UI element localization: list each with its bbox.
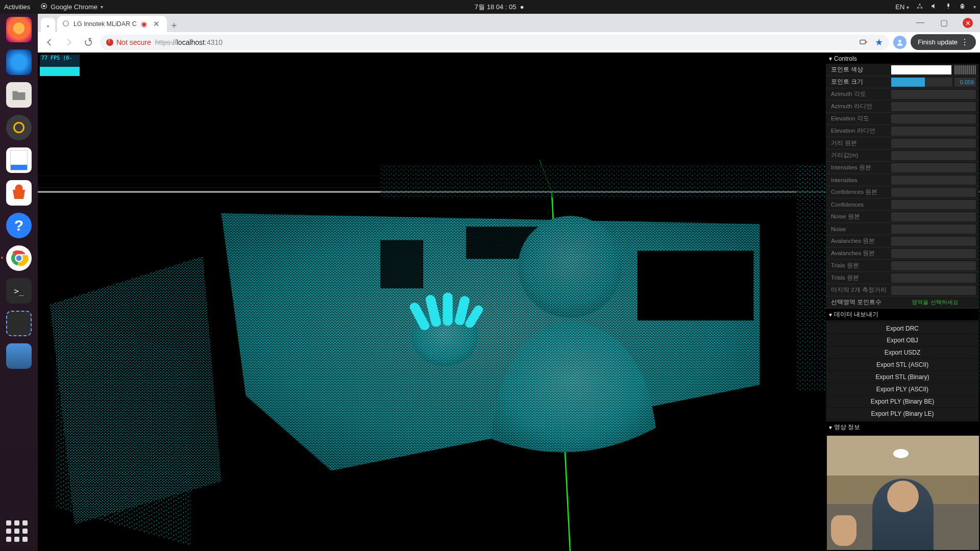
svg-rect-7	[962, 4, 963, 5]
tab-search-button[interactable]: ⌄	[41, 18, 55, 32]
noise-field[interactable]	[891, 224, 976, 234]
video-section-header[interactable]: ▾ 영상 정보	[826, 421, 979, 433]
dock-screenshot[interactable]	[6, 311, 32, 336]
export-ply-binary-le-button[interactable]: Export PLY (Binary LE)	[826, 408, 979, 420]
control-row-azimuth-deg: Azimuth 각도	[826, 88, 979, 101]
app-menu-label: Google Chrome	[51, 3, 97, 11]
export-buttons: Export DRC Export OBJ Export USDZ Export…	[826, 320, 979, 421]
export-drc-button[interactable]: Export DRC	[826, 322, 979, 334]
controls-section-header[interactable]: ▾ Controls	[826, 54, 979, 64]
camera-hand	[831, 515, 856, 546]
clock[interactable]: 7월 18 04 : 05	[475, 3, 517, 11]
input-source[interactable]: EN ▾	[895, 3, 909, 11]
new-tab-button[interactable]: ＋	[167, 18, 181, 32]
trials-raw-field-2[interactable]	[891, 273, 976, 283]
svg-point-15	[898, 39, 901, 42]
screen-share-icon[interactable]	[855, 35, 871, 50]
export-section-header[interactable]: ▾ 데이터 내보내기	[826, 309, 979, 320]
dock-help[interactable]: ?	[6, 213, 32, 238]
dock-software[interactable]	[6, 180, 32, 206]
svg-rect-13	[860, 40, 866, 44]
control-row-confidences-raw: Confidences 원본	[826, 186, 979, 198]
bookmark-star-icon[interactable]: ★	[875, 37, 883, 48]
control-row-intensities-raw: Intensities 원본	[826, 162, 979, 174]
control-row-avalanches-raw: Avalanches 원본	[826, 235, 979, 247]
window-close-button[interactable]: ✕	[963, 18, 973, 28]
chrome-menu-icon	[40, 3, 47, 11]
color-picker-handle[interactable]	[954, 65, 976, 74]
noise-raw-field[interactable]	[891, 212, 976, 221]
tab-title: LG Innotek MLiDAR C	[74, 20, 137, 28]
dock-image-viewer[interactable]	[6, 343, 32, 369]
azimuth-deg-field[interactable]	[891, 90, 976, 99]
network-icon[interactable]	[916, 3, 923, 11]
dock-writer[interactable]	[6, 147, 32, 173]
intensities-raw-field[interactable]	[891, 163, 976, 172]
battery-icon[interactable]	[959, 3, 966, 11]
profile-avatar[interactable]	[893, 36, 906, 49]
last-two-distance-field[interactable]	[891, 286, 976, 295]
activities-button[interactable]: Activities	[4, 3, 30, 11]
security-indicator[interactable]: Not secure	[106, 38, 151, 46]
tab-close-button[interactable]: ✕	[151, 19, 162, 29]
export-ply-binary-be-button[interactable]: Export PLY (Binary BE)	[826, 395, 979, 408]
trials-raw-field[interactable]	[891, 261, 976, 270]
dock-chrome[interactable]	[6, 245, 32, 271]
export-stl-binary-button[interactable]: Export STL (Binary)	[826, 371, 979, 383]
intensities-field[interactable]	[891, 176, 976, 185]
color-swatch[interactable]	[891, 65, 951, 74]
control-row-intensities: Intensities	[826, 174, 979, 186]
confidences-raw-field[interactable]	[891, 188, 976, 197]
system-menu-chevron-icon[interactable]: ▾	[973, 4, 976, 10]
export-ply-ascii-button[interactable]: Export PLY (ASCII)	[826, 383, 979, 395]
avalanches-raw-field[interactable]	[891, 237, 976, 246]
chrome-window: ⌄ LG Innotek MLiDAR C ◉ ✕ ＋ — ▢ ✕ Not se…	[38, 14, 980, 551]
dock-terminal[interactable]: >_	[6, 278, 32, 304]
distance-m-field[interactable]	[891, 151, 976, 160]
chrome-toolbar: Not secure https://localhost:4310 ★ Fini…	[38, 32, 980, 53]
svg-rect-31	[380, 165, 833, 197]
dock-rhythmbox[interactable]	[6, 115, 32, 140]
nav-reload-button[interactable]	[81, 35, 96, 50]
mic-icon[interactable]	[945, 3, 952, 11]
export-usdz-button[interactable]: Export USDZ	[826, 346, 979, 359]
ceiling-light	[893, 449, 909, 458]
show-applications[interactable]	[6, 520, 28, 542]
svg-rect-34	[638, 251, 754, 321]
finish-update-button[interactable]: Finish update ⋮	[911, 34, 976, 50]
export-obj-button[interactable]: Export OBJ	[826, 334, 979, 346]
warning-icon	[106, 39, 113, 46]
avalanches-raw-field-2[interactable]	[891, 249, 976, 258]
omnibox[interactable]: Not secure https://localhost:4310 ★	[100, 35, 889, 50]
app-menu[interactable]: Google Chrome ▾	[40, 3, 103, 11]
elevation-deg-field[interactable]	[891, 114, 976, 123]
chrome-tabstrip: ⌄ LG Innotek MLiDAR C ◉ ✕ ＋ — ▢ ✕	[38, 14, 980, 32]
control-row-confidences: Confidences	[826, 198, 979, 211]
dock-thunderbird[interactable]	[6, 49, 32, 75]
svg-marker-46	[50, 256, 222, 524]
point-size-value[interactable]: 0.059	[954, 78, 976, 87]
browser-tab[interactable]: LG Innotek MLiDAR C ◉ ✕	[57, 16, 167, 32]
lidar-viewer-page: 77 FPS (0-145)	[38, 53, 980, 551]
control-row-last-two-distance: 마지막 2개 측정거리	[826, 284, 979, 296]
control-row-trials-raw-2: Trials 원본	[826, 272, 979, 284]
chevron-down-icon: ▾	[101, 4, 103, 10]
azimuth-rad-field[interactable]	[891, 102, 976, 111]
control-row-point-size: 포인트 크기 0.059	[826, 76, 979, 88]
distance-raw-field[interactable]	[891, 139, 976, 148]
dock-files[interactable]	[6, 82, 32, 108]
nav-back-button[interactable]	[42, 35, 57, 50]
window-maximize-button[interactable]: ▢	[932, 14, 955, 31]
elevation-rad-field[interactable]	[891, 127, 976, 136]
window-minimize-button[interactable]: —	[909, 14, 932, 31]
dock-firefox[interactable]	[6, 17, 32, 42]
point-size-slider[interactable]	[891, 78, 952, 87]
confidences-field[interactable]	[891, 200, 976, 209]
control-row-noise-raw: Noise 원본	[826, 211, 979, 223]
dock-active-indicator	[1, 257, 3, 259]
export-stl-ascii-button[interactable]: Export STL (ASCII)	[826, 359, 979, 371]
control-row-selection-count: 선택영역 포인트수 영역을 선택하세요	[826, 296, 979, 309]
control-row-elevation-deg: Elevation 각도	[826, 113, 979, 125]
control-row-elevation-rad: Elevation 라디언	[826, 125, 979, 137]
volume-icon[interactable]	[930, 3, 938, 11]
